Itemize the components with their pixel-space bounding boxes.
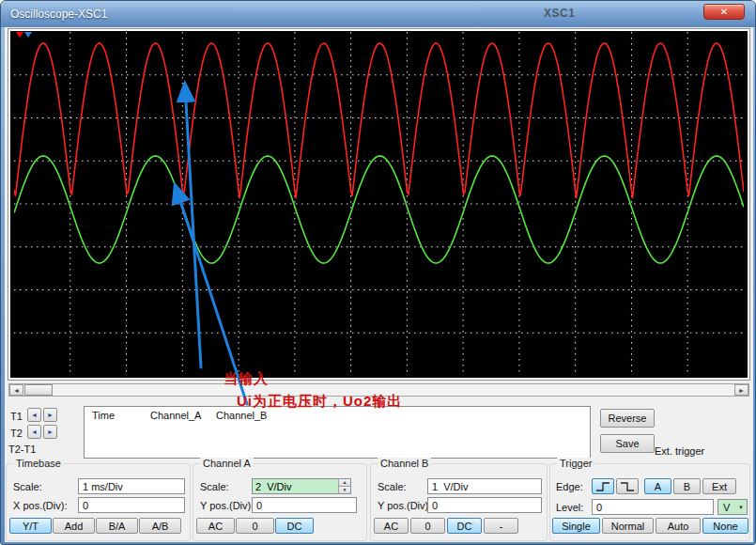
rising-edge-button[interactable] — [592, 478, 614, 494]
readout-header-time: Time — [92, 410, 115, 421]
dialog-body: ◄ ► T1 ◄ ► T2 ◄ ► T2-T1 Time Channel_A C… — [5, 27, 753, 542]
timebase-yt-button[interactable]: Y/T — [9, 518, 52, 534]
t1-right-button[interactable]: ► — [43, 408, 57, 422]
channel-a-scale-label: Scale: — [200, 481, 229, 492]
scope-display — [8, 29, 749, 380]
readout-header-channel-a: Channel_A — [150, 410, 201, 421]
trigger-edge-label: Edge: — [556, 481, 583, 492]
close-button[interactable]: ✕ — [703, 4, 745, 20]
timebase-ba-button[interactable]: B/A — [96, 518, 138, 534]
timebase-scale-field[interactable] — [78, 478, 185, 494]
channel-a-ac-button[interactable]: AC — [196, 518, 235, 534]
trigger-group: Trigger Edge: A B Ext Level: V ▼ Single — [549, 463, 750, 541]
t1-label: T1 — [10, 411, 23, 422]
title-bar[interactable]: Oscilloscope-XSC1 XSC1 ✕ — [1, 1, 755, 27]
ext-trigger-label: Ext. trigger — [655, 445, 704, 457]
timebase-title: Timebase — [13, 458, 64, 470]
falling-edge-button[interactable] — [616, 478, 639, 494]
scrollbar-left-arrow-icon[interactable]: ◄ — [9, 384, 23, 396]
timebase-xpos-field[interactable] — [78, 497, 185, 513]
channel-a-ground-button[interactable]: 0 — [236, 518, 274, 534]
trigger-source-b-button[interactable]: B — [673, 478, 701, 494]
trigger-none-button[interactable]: None — [702, 518, 748, 534]
scrollbar-thumb[interactable] — [24, 384, 53, 396]
trigger-title: Trigger — [557, 458, 594, 470]
save-button[interactable]: Save — [600, 434, 655, 453]
spin-up-icon[interactable]: ▲ — [339, 479, 350, 487]
cursor1-marker[interactable] — [16, 32, 23, 38]
t1-left-button[interactable]: ◄ — [27, 408, 41, 422]
falling-edge-icon — [620, 481, 635, 492]
right-arrow-icon: ► — [47, 428, 54, 435]
timebase-ab-button[interactable]: A/B — [139, 518, 181, 534]
oscilloscope-window: Oscilloscope-XSC1 XSC1 ✕ ◄ ► T1 ◄ ► T2 ◄… — [0, 0, 756, 545]
left-arrow-icon: ◄ — [31, 412, 38, 418]
schematic-ghost-label: XSC1 — [544, 7, 575, 20]
channel-a-group: Channel A Scale: ▲ ▼ Y pos.(Div): AC 0 D… — [193, 463, 367, 541]
channel-b-invert-button[interactable]: - — [484, 518, 518, 534]
trigger-level-unit-dropdown[interactable]: V ▼ — [717, 499, 748, 515]
channel-b-title: Channel B — [378, 458, 431, 470]
channel-a-scale-input[interactable] — [253, 479, 338, 493]
trigger-source-ext-button[interactable]: Ext — [702, 478, 736, 494]
trigger-level-label: Level: — [556, 502, 583, 513]
channel-b-ypos-label: Y pos.(Div): — [378, 500, 431, 511]
trigger-auto-button[interactable]: Auto — [656, 518, 701, 534]
spin-down-icon[interactable]: ▼ — [339, 487, 350, 494]
t2-right-button[interactable]: ► — [43, 425, 57, 439]
trigger-normal-button[interactable]: Normal — [602, 518, 654, 534]
channel-b-scale-label: Scale: — [378, 481, 407, 492]
close-icon: ✕ — [720, 7, 728, 17]
channel-a-ypos-field[interactable] — [252, 497, 357, 513]
trigger-source-a-button[interactable]: A — [644, 478, 671, 494]
trigger-single-button[interactable]: Single — [552, 518, 600, 534]
readout-header-channel-b: Channel_B — [216, 410, 267, 421]
channel-b-dc-button[interactable]: DC — [447, 518, 482, 534]
reverse-button[interactable]: Reverse — [600, 409, 655, 428]
trigger-level-unit: V — [723, 502, 730, 513]
window-title: Oscilloscope-XSC1 — [10, 8, 107, 21]
timebase-scale-label: Scale: — [13, 481, 42, 492]
dropdown-arrow-icon: ▼ — [738, 505, 744, 510]
waveform-plot — [14, 32, 744, 376]
channel-b-ground-button[interactable]: 0 — [410, 518, 445, 534]
t2-t1-label: T2-T1 — [8, 444, 36, 455]
timebase-add-button[interactable]: Add — [53, 518, 95, 534]
t2-label: T2 — [10, 428, 23, 439]
cursor2-marker[interactable] — [24, 32, 32, 38]
right-arrow-icon: ► — [47, 412, 54, 418]
channel-b-ypos-field[interactable] — [427, 497, 542, 513]
t2-left-button[interactable]: ◄ — [27, 425, 41, 439]
channel-b-scale-field[interactable] — [427, 478, 542, 494]
scrollbar-right-arrow-icon[interactable]: ► — [734, 384, 748, 396]
cursor-readout-box: Time Channel_A Channel_B — [84, 406, 591, 459]
trigger-level-field[interactable] — [592, 499, 714, 515]
channel-a-ypos-label: Y pos.(Div): — [200, 500, 254, 511]
channel-a-scale-field: ▲ ▼ — [252, 478, 351, 494]
channel-b-group: Channel B Scale: Y pos.(Div): AC 0 DC - — [370, 463, 548, 541]
left-arrow-icon: ◄ — [31, 428, 38, 435]
timebase-xpos-label: X pos.(Div): — [13, 500, 67, 511]
rising-edge-icon — [595, 481, 610, 492]
scope-scrollbar[interactable]: ◄ ► — [8, 383, 749, 397]
channel-a-title: Channel A — [200, 458, 254, 470]
channel-b-ac-button[interactable]: AC — [374, 518, 409, 534]
channel-a-dc-button[interactable]: DC — [275, 518, 314, 534]
timebase-group: Timebase Scale: X pos.(Div): Y/T Add B/A… — [6, 463, 191, 541]
channel-a-scale-spinner[interactable]: ▲ ▼ — [338, 479, 350, 493]
